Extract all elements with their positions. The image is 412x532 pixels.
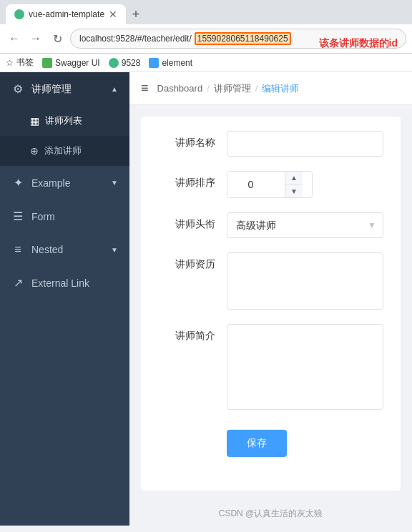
- refresh-button[interactable]: ↻: [49, 30, 66, 47]
- bookmark-swagger-label: Swagger UI: [55, 58, 100, 68]
- new-tab-button[interactable]: +: [126, 4, 146, 24]
- bookmark-item-swagger[interactable]: Swagger UI: [42, 58, 100, 68]
- form-icon: ☰: [11, 210, 24, 223]
- label-level: 讲师头衔: [158, 212, 215, 231]
- form-label: Form: [31, 211, 118, 222]
- sidebar-item-form[interactable]: ☰ Form: [0, 200, 129, 233]
- input-name[interactable]: [227, 131, 383, 157]
- breadcrumb-edit-teacher: 编辑讲师: [262, 82, 299, 95]
- number-arrows: ▲ ▼: [285, 172, 303, 197]
- select-level[interactable]: 高级讲师 首席讲师 资深讲师: [227, 212, 383, 238]
- chevron-down-icon-nested: ▼: [111, 246, 118, 254]
- select-wrapper-level: 高级讲师 首席讲师 资深讲师 ▼: [227, 212, 383, 238]
- address-bar[interactable]: localhost:9528/#/teacher/edit/1559028065…: [70, 29, 406, 49]
- breadcrumb-dashboard: Dashboard: [157, 83, 203, 94]
- input-sort[interactable]: [227, 172, 285, 197]
- bookmark-9528-label: 9528: [122, 58, 141, 68]
- bookmark-element-label: element: [162, 58, 192, 68]
- tab-label: vue-admin-template: [29, 9, 104, 19]
- nested-icon: ≡: [11, 243, 24, 256]
- decrement-button[interactable]: ▼: [285, 184, 303, 197]
- breadcrumb: Dashboard / 讲师管理 / 编辑讲师: [157, 82, 300, 95]
- textarea-intro[interactable]: [227, 324, 383, 410]
- teacher-mgmt-label: 讲师管理: [31, 83, 104, 96]
- bookmark-item-element[interactable]: element: [149, 58, 192, 68]
- form-row-resume: 讲师资历: [158, 252, 383, 310]
- label-sort: 讲师排序: [158, 171, 215, 189]
- main-content: ≡ Dashboard / 讲师管理 / 编辑讲师 讲师名称 讲师排序: [129, 72, 412, 526]
- bookmark-item-9528[interactable]: 9528: [109, 58, 141, 68]
- save-button[interactable]: 保存: [227, 430, 287, 457]
- app-container: ⚙ 讲师管理 ▲ ▦ 讲师列表 ⊕ 添加讲师 ✦ Example ▼ ☰ For…: [0, 72, 412, 526]
- chevron-up-icon: ▲: [111, 85, 118, 93]
- example-icon: ✦: [11, 176, 24, 189]
- footer: CSDN @认真生活的灰太狼: [129, 502, 412, 526]
- form-row-sort: 讲师排序 ▲ ▼: [158, 171, 383, 198]
- sidebar-item-teacher-add[interactable]: ⊕ 添加讲师: [0, 136, 129, 166]
- textarea-resume[interactable]: [227, 252, 383, 310]
- example-label: Example: [31, 177, 104, 189]
- sidebar-item-external-link[interactable]: ↗ External Link: [0, 266, 129, 300]
- number-input-wrapper: ▲ ▼: [227, 171, 313, 198]
- breadcrumb-sep-2: /: [255, 83, 258, 94]
- label-resume: 讲师资历: [158, 252, 215, 271]
- teacher-list-label: 讲师列表: [45, 114, 82, 127]
- form-row-name: 讲师名称: [158, 131, 383, 157]
- forward-button[interactable]: →: [27, 30, 44, 47]
- tab-close-button[interactable]: ✕: [109, 9, 117, 20]
- teacher-list-icon: ▦: [30, 115, 39, 127]
- teacher-add-label: 添加讲师: [44, 144, 82, 157]
- form-row-intro: 讲师简介: [158, 324, 383, 410]
- sidebar: ⚙ 讲师管理 ▲ ▦ 讲师列表 ⊕ 添加讲师 ✦ Example ▼ ☰ For…: [0, 72, 129, 526]
- star-icon: ☆: [6, 58, 14, 68]
- bookmark-item-star[interactable]: ☆ 书签: [6, 56, 34, 69]
- active-tab[interactable]: vue-admin-template ✕: [6, 4, 126, 24]
- chevron-down-icon-example: ▼: [111, 179, 118, 187]
- increment-button[interactable]: ▲: [285, 172, 303, 184]
- 9528-favicon: [109, 58, 119, 68]
- browser-toolbar: ← → ↻ localhost:9528/#/teacher/edit/1559…: [0, 24, 412, 54]
- teacher-submenu: ▦ 讲师列表 ⊕ 添加讲师: [0, 106, 129, 166]
- element-favicon: [149, 58, 159, 68]
- sidebar-item-nested[interactable]: ≡ Nested ▼: [0, 233, 129, 266]
- back-button[interactable]: ←: [6, 30, 23, 47]
- form-row-level: 讲师头衔 高级讲师 首席讲师 资深讲师 ▼: [158, 212, 383, 238]
- address-before-highlight: localhost:9528/#/teacher/edit/: [79, 34, 192, 44]
- label-name: 讲师名称: [158, 131, 215, 149]
- tab-favicon: [14, 9, 24, 19]
- browser-chrome: vue-admin-template ✕ + ← → ↻ localhost:9…: [0, 0, 412, 72]
- hamburger-icon[interactable]: ≡: [141, 81, 149, 96]
- edit-teacher-form: 讲师名称 讲师排序 ▲ ▼ 讲师头衔 高级讲师: [141, 117, 401, 491]
- bookmark-label: 书签: [16, 56, 34, 69]
- sidebar-item-example[interactable]: ✦ Example ▼: [0, 166, 129, 200]
- browser-tabs-bar: vue-admin-template ✕ +: [0, 0, 412, 24]
- sidebar-item-teacher-list[interactable]: ▦ 讲师列表: [0, 106, 129, 136]
- teacher-mgmt-icon: ⚙: [11, 82, 24, 96]
- external-link-label: External Link: [31, 277, 118, 289]
- teacher-add-icon: ⊕: [30, 145, 39, 157]
- external-link-icon: ↗: [11, 276, 24, 290]
- bookmarks-bar: ☆ 书签 Swagger UI 9528 element: [0, 54, 412, 72]
- breadcrumb-sep-1: /: [207, 83, 210, 94]
- nested-label: Nested: [31, 244, 104, 255]
- breadcrumb-teacher-mgmt: 讲师管理: [214, 82, 251, 95]
- sidebar-item-teacher-mgmt[interactable]: ⚙ 讲师管理 ▲: [0, 72, 129, 106]
- swagger-favicon: [42, 58, 52, 68]
- label-intro: 讲师简介: [158, 324, 215, 343]
- address-highlight: 1559028065118490625: [195, 32, 291, 45]
- main-header: ≡ Dashboard / 讲师管理 / 编辑讲师: [129, 72, 412, 105]
